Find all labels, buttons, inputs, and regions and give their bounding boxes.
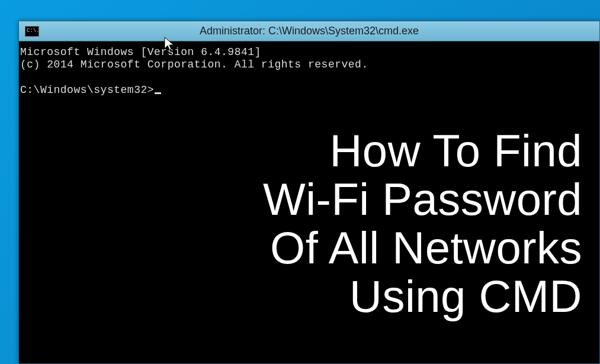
terminal-prompt: C:\Windows\system32> (20, 84, 154, 96)
cmd-app-icon: C:\. (25, 26, 39, 37)
window-title: Administrator: C:\Windows\System32\cmd.e… (200, 25, 419, 37)
terminal-output[interactable]: Microsoft Windows [Version 6.4.9841] (c)… (19, 41, 599, 363)
window-titlebar[interactable]: C:\. Administrator: C:\Windows\System32\… (19, 21, 599, 41)
desktop-background: C:\. Administrator: C:\Windows\System32\… (0, 0, 600, 364)
terminal-line-version: Microsoft Windows [Version 6.4.9841] (20, 46, 261, 58)
cmd-app-icon-text: C:\. (27, 28, 40, 34)
terminal-cursor (155, 92, 161, 94)
terminal-line-copyright: (c) 2014 Microsoft Corporation. All righ… (20, 59, 368, 70)
cmd-window: C:\. Administrator: C:\Windows\System32\… (18, 21, 600, 364)
